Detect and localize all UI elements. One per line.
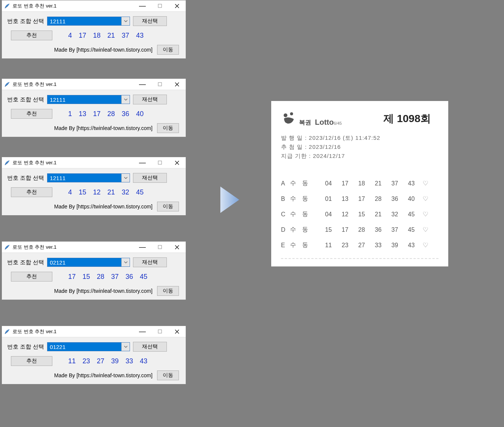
close-button[interactable]: [168, 326, 186, 337]
ticket-row-letter: C: [281, 211, 290, 218]
ticket-row-mode: 수동: [290, 226, 320, 234]
ticket-number: 43: [403, 242, 420, 249]
app-icon: [4, 244, 10, 250]
result-numbers: 41512213245: [61, 188, 144, 196]
ticket-number: 33: [370, 242, 386, 249]
ticket-row-letter: E: [281, 242, 290, 249]
maximize-button[interactable]: [151, 79, 168, 90]
go-button[interactable]: 이동: [157, 202, 179, 211]
ticket-row: B 수동 011317283640 ♡: [281, 191, 438, 207]
close-button[interactable]: [168, 242, 186, 253]
minimize-button[interactable]: —: [134, 0, 151, 11]
close-button[interactable]: [168, 79, 186, 90]
made-by-text: Made By [https://twinleaf-town.tistory.c…: [54, 47, 153, 53]
combo-value: 12111: [47, 95, 121, 104]
app-window-4: 로또 번호 추천 ver.1 — 번호 조합 선택 02121: [2, 241, 186, 300]
logo-text-3: 6/45: [334, 121, 342, 125]
ticket-divider: [281, 258, 438, 259]
arrow-icon: [218, 185, 241, 215]
result-number: 36: [125, 273, 133, 281]
result-number: 37: [111, 273, 119, 281]
combo-value: 12111: [47, 17, 121, 25]
close-button[interactable]: [168, 157, 186, 168]
combo-select[interactable]: 02121: [47, 258, 130, 267]
maximize-button[interactable]: [151, 242, 168, 253]
logo-text-1: 복권: [299, 119, 311, 127]
app-window-5: 로또 번호 추천 ver.1 — 번호 조합 선택 01221: [2, 326, 186, 384]
recommend-button[interactable]: 추천: [11, 31, 52, 40]
maximize-button[interactable]: [151, 0, 168, 11]
made-by-text: Made By [https://twinleaf-town.tistory.c…: [54, 372, 153, 378]
recommend-button[interactable]: 추천: [11, 187, 52, 197]
maximize-button[interactable]: [151, 157, 168, 168]
ticket-meta: 발 행 일 : 2023/12/16 (토) 11:47:52 추 첨 일 : …: [281, 133, 438, 161]
chevron-down-icon[interactable]: [121, 174, 130, 182]
maximize-button[interactable]: [151, 326, 168, 337]
ticket-round-title: 제 1098회: [383, 112, 438, 126]
ticket-number: 37: [386, 180, 403, 187]
reselect-button[interactable]: 재선택: [133, 16, 167, 26]
go-button[interactable]: 이동: [157, 45, 179, 55]
reselect-button[interactable]: 재선택: [133, 95, 167, 104]
minimize-button[interactable]: —: [134, 326, 151, 337]
result-number: 45: [136, 188, 144, 196]
minimize-button[interactable]: —: [134, 242, 151, 253]
lotto-ticket: 복권 Lotto 6/45 제 1098회 발 행 일 : 2023/12/16…: [271, 101, 448, 266]
meta-draw-value: 2023/12/16: [309, 144, 341, 150]
recommend-button[interactable]: 추천: [11, 109, 52, 119]
app-icon: [4, 329, 10, 335]
result-number: 28: [107, 110, 115, 118]
ticket-number: 36: [386, 196, 403, 202]
titlebar[interactable]: 로또 번호 추천 ver.1 —: [2, 79, 186, 90]
titlebar[interactable]: 로또 번호 추천 ver.1 —: [2, 242, 186, 253]
ticket-number: 45: [403, 211, 420, 218]
result-number: 39: [111, 357, 119, 365]
logo-text-2: Lotto: [315, 118, 334, 127]
chevron-down-icon[interactable]: [121, 17, 130, 25]
ticket-number: 17: [353, 196, 370, 202]
ticket-number: 28: [370, 196, 386, 202]
minimize-button[interactable]: —: [134, 157, 151, 168]
combo-select[interactable]: 01221: [47, 342, 130, 351]
combo-select[interactable]: 12111: [47, 95, 130, 104]
combo-label: 번호 조합 선택: [7, 18, 44, 25]
result-number: 17: [93, 110, 101, 118]
reselect-button[interactable]: 재선택: [133, 342, 167, 352]
ticket-row: C 수동 041215213245 ♡: [281, 207, 438, 222]
close-button[interactable]: [168, 0, 186, 11]
reselect-button[interactable]: 재선택: [133, 257, 167, 267]
ticket-number: 13: [337, 196, 353, 202]
chevron-down-icon[interactable]: [121, 343, 130, 351]
combo-value: 01221: [47, 343, 121, 351]
ticket-number: 36: [370, 227, 386, 233]
result-numbers: 112327393343: [61, 357, 147, 365]
result-number: 32: [122, 188, 129, 196]
ticket-header: 복권 Lotto 6/45 제 1098회: [281, 111, 438, 127]
titlebar[interactable]: 로또 번호 추천 ver.1 —: [2, 0, 186, 12]
app-icon: [4, 3, 10, 9]
ticket-number: 23: [337, 242, 353, 249]
go-button[interactable]: 이동: [157, 286, 179, 296]
result-number: 4: [68, 188, 72, 196]
result-number: 21: [107, 32, 115, 40]
combo-select[interactable]: 12111: [47, 173, 130, 182]
minimize-button[interactable]: —: [134, 79, 151, 90]
reselect-button[interactable]: 재선택: [133, 173, 167, 183]
ticket-number: 04: [320, 180, 337, 187]
go-button[interactable]: 이동: [157, 370, 179, 380]
chevron-down-icon[interactable]: [121, 258, 130, 266]
result-number: 36: [122, 110, 129, 118]
combo-select[interactable]: 12111: [47, 17, 130, 26]
svg-point-22: [290, 112, 293, 115]
made-by-text: Made By [https://twinleaf-town.tistory.c…: [54, 204, 153, 210]
window-title: 로또 번호 추천 ver.1: [12, 159, 134, 166]
go-button[interactable]: 이동: [157, 123, 179, 133]
chevron-down-icon[interactable]: [121, 95, 130, 104]
recommend-button[interactable]: 추천: [11, 272, 52, 282]
ticket-row: A 수동 041718213743 ♡: [281, 176, 438, 191]
result-number: 13: [79, 110, 86, 118]
titlebar[interactable]: 로또 번호 추천 ver.1 —: [2, 157, 186, 168]
svg-rect-1: [158, 4, 162, 8]
titlebar[interactable]: 로또 번호 추천 ver.1 —: [2, 326, 186, 337]
recommend-button[interactable]: 추천: [11, 356, 52, 366]
